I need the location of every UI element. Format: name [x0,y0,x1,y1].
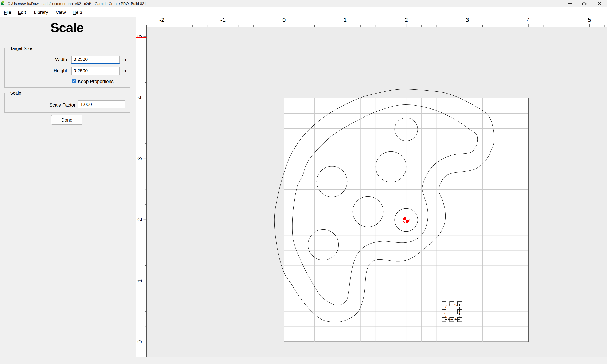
svg-text:1: 1 [343,17,347,23]
svg-text:-2: -2 [159,17,165,23]
svg-text:2: 2 [136,218,143,221]
svg-text:0: 0 [282,17,286,23]
svg-text:2: 2 [405,17,408,23]
svg-text:5: 5 [588,17,591,23]
svg-text:4: 4 [136,96,143,99]
svg-text:-1: -1 [221,17,226,23]
svg-text:3: 3 [136,157,143,160]
svg-text:4: 4 [527,17,530,23]
svg-text:3: 3 [466,17,469,23]
svg-text:0: 0 [136,340,143,344]
svg-text:1: 1 [136,279,143,283]
